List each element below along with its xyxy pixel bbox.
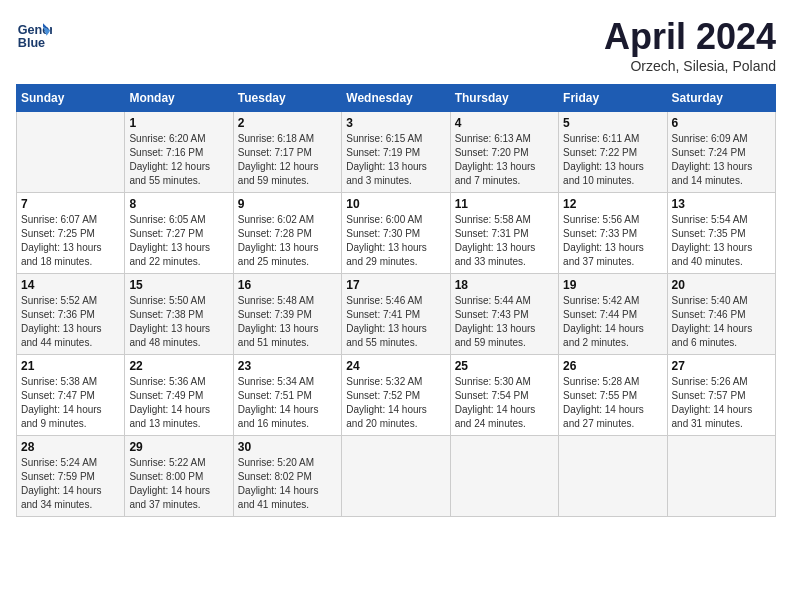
day-cell: 22Sunrise: 5:36 AM Sunset: 7:49 PM Dayli… [125, 355, 233, 436]
col-wednesday: Wednesday [342, 85, 450, 112]
day-number: 21 [21, 359, 120, 373]
day-cell: 24Sunrise: 5:32 AM Sunset: 7:52 PM Dayli… [342, 355, 450, 436]
day-cell: 28Sunrise: 5:24 AM Sunset: 7:59 PM Dayli… [17, 436, 125, 517]
day-detail: Sunrise: 6:02 AM Sunset: 7:28 PM Dayligh… [238, 213, 337, 269]
svg-text:Blue: Blue [18, 36, 45, 50]
day-cell: 8Sunrise: 6:05 AM Sunset: 7:27 PM Daylig… [125, 193, 233, 274]
day-number: 14 [21, 278, 120, 292]
day-detail: Sunrise: 5:44 AM Sunset: 7:43 PM Dayligh… [455, 294, 554, 350]
day-detail: Sunrise: 5:46 AM Sunset: 7:41 PM Dayligh… [346, 294, 445, 350]
header-row: Sunday Monday Tuesday Wednesday Thursday… [17, 85, 776, 112]
day-number: 10 [346, 197, 445, 211]
day-number: 2 [238, 116, 337, 130]
day-cell: 27Sunrise: 5:26 AM Sunset: 7:57 PM Dayli… [667, 355, 775, 436]
day-detail: Sunrise: 5:26 AM Sunset: 7:57 PM Dayligh… [672, 375, 771, 431]
day-cell: 4Sunrise: 6:13 AM Sunset: 7:20 PM Daylig… [450, 112, 558, 193]
day-number: 25 [455, 359, 554, 373]
day-cell: 29Sunrise: 5:22 AM Sunset: 8:00 PM Dayli… [125, 436, 233, 517]
day-cell: 2Sunrise: 6:18 AM Sunset: 7:17 PM Daylig… [233, 112, 341, 193]
day-cell: 26Sunrise: 5:28 AM Sunset: 7:55 PM Dayli… [559, 355, 667, 436]
day-number: 8 [129, 197, 228, 211]
calendar-title: April 2024 [604, 16, 776, 58]
day-number: 27 [672, 359, 771, 373]
day-number: 24 [346, 359, 445, 373]
day-detail: Sunrise: 5:56 AM Sunset: 7:33 PM Dayligh… [563, 213, 662, 269]
day-number: 22 [129, 359, 228, 373]
day-cell: 14Sunrise: 5:52 AM Sunset: 7:36 PM Dayli… [17, 274, 125, 355]
day-cell: 7Sunrise: 6:07 AM Sunset: 7:25 PM Daylig… [17, 193, 125, 274]
calendar-header: Sunday Monday Tuesday Wednesday Thursday… [17, 85, 776, 112]
day-number: 16 [238, 278, 337, 292]
day-cell [667, 436, 775, 517]
col-sunday: Sunday [17, 85, 125, 112]
day-cell [450, 436, 558, 517]
col-friday: Friday [559, 85, 667, 112]
week-row-5: 28Sunrise: 5:24 AM Sunset: 7:59 PM Dayli… [17, 436, 776, 517]
day-number: 19 [563, 278, 662, 292]
day-detail: Sunrise: 6:00 AM Sunset: 7:30 PM Dayligh… [346, 213, 445, 269]
day-detail: Sunrise: 5:42 AM Sunset: 7:44 PM Dayligh… [563, 294, 662, 350]
day-detail: Sunrise: 5:30 AM Sunset: 7:54 PM Dayligh… [455, 375, 554, 431]
col-saturday: Saturday [667, 85, 775, 112]
day-cell: 16Sunrise: 5:48 AM Sunset: 7:39 PM Dayli… [233, 274, 341, 355]
day-number: 5 [563, 116, 662, 130]
day-cell: 13Sunrise: 5:54 AM Sunset: 7:35 PM Dayli… [667, 193, 775, 274]
calendar-body: 1Sunrise: 6:20 AM Sunset: 7:16 PM Daylig… [17, 112, 776, 517]
day-cell: 25Sunrise: 5:30 AM Sunset: 7:54 PM Dayli… [450, 355, 558, 436]
day-detail: Sunrise: 6:13 AM Sunset: 7:20 PM Dayligh… [455, 132, 554, 188]
day-cell: 30Sunrise: 5:20 AM Sunset: 8:02 PM Dayli… [233, 436, 341, 517]
calendar-table: Sunday Monday Tuesday Wednesday Thursday… [16, 84, 776, 517]
day-cell: 23Sunrise: 5:34 AM Sunset: 7:51 PM Dayli… [233, 355, 341, 436]
day-detail: Sunrise: 6:15 AM Sunset: 7:19 PM Dayligh… [346, 132, 445, 188]
day-detail: Sunrise: 6:07 AM Sunset: 7:25 PM Dayligh… [21, 213, 120, 269]
col-thursday: Thursday [450, 85, 558, 112]
day-detail: Sunrise: 5:48 AM Sunset: 7:39 PM Dayligh… [238, 294, 337, 350]
day-cell: 3Sunrise: 6:15 AM Sunset: 7:19 PM Daylig… [342, 112, 450, 193]
day-detail: Sunrise: 5:32 AM Sunset: 7:52 PM Dayligh… [346, 375, 445, 431]
day-cell: 20Sunrise: 5:40 AM Sunset: 7:46 PM Dayli… [667, 274, 775, 355]
logo: General Blue [16, 16, 52, 52]
day-number: 7 [21, 197, 120, 211]
day-number: 6 [672, 116, 771, 130]
day-cell: 10Sunrise: 6:00 AM Sunset: 7:30 PM Dayli… [342, 193, 450, 274]
day-cell: 12Sunrise: 5:56 AM Sunset: 7:33 PM Dayli… [559, 193, 667, 274]
day-detail: Sunrise: 5:20 AM Sunset: 8:02 PM Dayligh… [238, 456, 337, 512]
day-detail: Sunrise: 6:20 AM Sunset: 7:16 PM Dayligh… [129, 132, 228, 188]
day-number: 13 [672, 197, 771, 211]
day-cell: 21Sunrise: 5:38 AM Sunset: 7:47 PM Dayli… [17, 355, 125, 436]
week-row-4: 21Sunrise: 5:38 AM Sunset: 7:47 PM Dayli… [17, 355, 776, 436]
week-row-3: 14Sunrise: 5:52 AM Sunset: 7:36 PM Dayli… [17, 274, 776, 355]
day-cell: 1Sunrise: 6:20 AM Sunset: 7:16 PM Daylig… [125, 112, 233, 193]
week-row-2: 7Sunrise: 6:07 AM Sunset: 7:25 PM Daylig… [17, 193, 776, 274]
day-cell: 5Sunrise: 6:11 AM Sunset: 7:22 PM Daylig… [559, 112, 667, 193]
col-tuesday: Tuesday [233, 85, 341, 112]
day-number: 30 [238, 440, 337, 454]
day-number: 17 [346, 278, 445, 292]
day-detail: Sunrise: 5:38 AM Sunset: 7:47 PM Dayligh… [21, 375, 120, 431]
day-cell: 19Sunrise: 5:42 AM Sunset: 7:44 PM Dayli… [559, 274, 667, 355]
day-cell [559, 436, 667, 517]
day-number: 9 [238, 197, 337, 211]
day-detail: Sunrise: 5:28 AM Sunset: 7:55 PM Dayligh… [563, 375, 662, 431]
day-detail: Sunrise: 6:11 AM Sunset: 7:22 PM Dayligh… [563, 132, 662, 188]
week-row-1: 1Sunrise: 6:20 AM Sunset: 7:16 PM Daylig… [17, 112, 776, 193]
day-detail: Sunrise: 5:52 AM Sunset: 7:36 PM Dayligh… [21, 294, 120, 350]
day-cell [342, 436, 450, 517]
day-cell [17, 112, 125, 193]
day-number: 23 [238, 359, 337, 373]
day-detail: Sunrise: 5:58 AM Sunset: 7:31 PM Dayligh… [455, 213, 554, 269]
day-number: 1 [129, 116, 228, 130]
day-number: 3 [346, 116, 445, 130]
day-number: 26 [563, 359, 662, 373]
calendar-subtitle: Orzech, Silesia, Poland [604, 58, 776, 74]
day-detail: Sunrise: 5:24 AM Sunset: 7:59 PM Dayligh… [21, 456, 120, 512]
day-number: 28 [21, 440, 120, 454]
day-detail: Sunrise: 5:22 AM Sunset: 8:00 PM Dayligh… [129, 456, 228, 512]
day-cell: 11Sunrise: 5:58 AM Sunset: 7:31 PM Dayli… [450, 193, 558, 274]
day-detail: Sunrise: 5:40 AM Sunset: 7:46 PM Dayligh… [672, 294, 771, 350]
day-cell: 6Sunrise: 6:09 AM Sunset: 7:24 PM Daylig… [667, 112, 775, 193]
day-cell: 17Sunrise: 5:46 AM Sunset: 7:41 PM Dayli… [342, 274, 450, 355]
day-detail: Sunrise: 6:05 AM Sunset: 7:27 PM Dayligh… [129, 213, 228, 269]
day-cell: 15Sunrise: 5:50 AM Sunset: 7:38 PM Dayli… [125, 274, 233, 355]
day-cell: 18Sunrise: 5:44 AM Sunset: 7:43 PM Dayli… [450, 274, 558, 355]
